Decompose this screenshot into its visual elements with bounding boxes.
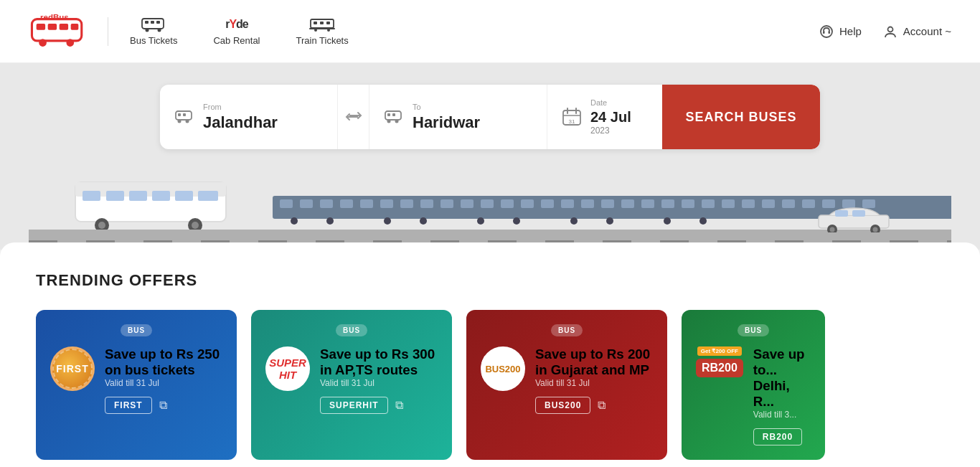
svg-rect-53 <box>280 199 293 208</box>
account-icon <box>883 24 897 39</box>
account-button[interactable]: Account ~ <box>883 24 951 39</box>
offer-3-content: BUS200 Save up to Rs 200 in Gujarat and … <box>481 346 653 445</box>
offer-2-badge: BUS <box>336 324 367 336</box>
account-label: Account ~ <box>903 25 951 37</box>
redbus-logo[interactable]: redBus <box>29 14 86 49</box>
copy-icon-2[interactable]: ⧉ <box>395 399 403 412</box>
search-buses-button[interactable]: SEARCH BUSES <box>662 85 820 149</box>
offer-3-code-row: BUS200 ⧉ <box>535 397 653 414</box>
svg-point-88 <box>513 217 520 225</box>
svg-point-51 <box>192 222 199 229</box>
offer-1-logo: FIRST <box>50 346 95 391</box>
svg-point-91 <box>664 217 671 225</box>
svg-rect-58 <box>380 199 393 208</box>
nav-train-tickets[interactable]: Train Tickets <box>296 16 349 46</box>
svg-rect-27 <box>183 113 186 116</box>
svg-rect-61 <box>440 199 453 208</box>
svg-text:redBus: redBus <box>40 14 69 22</box>
offer-1-code-row: FIRST ⧉ <box>105 397 222 414</box>
svg-rect-32 <box>392 113 395 116</box>
offer-2-title: Save up to Rs 300 in AP,TS routes <box>320 346 438 378</box>
header-right: Help Account ~ <box>819 24 951 39</box>
offer-2-logo: SUPERHIT <box>265 346 310 391</box>
offer-1-text: Save up to Rs 250 on bus tickets Valid t… <box>105 346 222 414</box>
to-field[interactable]: To Haridwar <box>369 85 547 149</box>
svg-rect-64 <box>501 199 514 208</box>
from-field[interactable]: From Jalandhar <box>160 85 338 149</box>
offer-card-rb200: BUS Get ₹200 OFF RB200 Save up to... Del… <box>682 310 825 460</box>
offer-3-title: Save up to Rs 200 in Gujarat and MP <box>535 346 653 378</box>
offer-2-text: Save up to Rs 300 in AP,TS routes Valid … <box>320 346 438 414</box>
offer-4-logo: Get ₹200 OFF RB200 <box>696 346 743 377</box>
offer-card-first: BUS FIRST Save up to Rs 250 on bus ticke… <box>36 310 237 460</box>
calendar-icon: 31 <box>562 107 582 127</box>
date-text: Date 24 Jul 2023 <box>590 98 631 136</box>
trending-section: TRENDING OFFERS BUS FIRST Save up to Rs … <box>0 242 980 467</box>
svg-point-6 <box>66 39 74 47</box>
svg-rect-31 <box>387 113 390 116</box>
help-label: Help <box>839 25 862 37</box>
svg-point-85 <box>384 217 391 225</box>
svg-rect-67 <box>561 199 574 208</box>
cab-rental-icon: rYde <box>224 16 250 32</box>
svg-point-87 <box>477 217 484 225</box>
svg-rect-17 <box>326 22 330 24</box>
svg-point-86 <box>420 217 427 225</box>
to-bus-icon <box>384 107 404 127</box>
from-value: Jalandhar <box>203 113 278 132</box>
svg-rect-66 <box>541 199 554 208</box>
swap-icon <box>344 107 364 127</box>
offer-3-badge: BUS <box>551 324 583 336</box>
svg-point-33 <box>387 120 391 123</box>
svg-rect-59 <box>400 199 413 208</box>
copy-icon-3[interactable]: ⧉ <box>598 399 606 412</box>
svg-point-28 <box>178 120 182 123</box>
help-button[interactable]: Help <box>819 24 862 39</box>
road-scene <box>29 164 951 250</box>
svg-rect-44 <box>129 191 147 201</box>
to-label: To <box>413 103 480 111</box>
header-divider <box>108 17 108 46</box>
svg-rect-78 <box>782 199 795 208</box>
svg-rect-74 <box>702 199 715 208</box>
svg-rect-62 <box>461 199 473 208</box>
svg-rect-54 <box>300 199 313 208</box>
offer-4-code: RB200 <box>753 428 802 445</box>
offer-2-valid: Valid till 31 Jul <box>320 378 438 388</box>
from-label: From <box>203 103 278 111</box>
svg-point-29 <box>186 120 189 123</box>
nav-bus-tickets[interactable]: Bus Tickets <box>130 16 177 46</box>
svg-rect-75 <box>722 199 735 208</box>
main-header: redBus Bus Tickets rYde Cab Re <box>0 0 980 63</box>
svg-point-12 <box>146 29 149 32</box>
bus-tickets-icon <box>141 16 166 32</box>
svg-rect-79 <box>802 199 815 208</box>
offer-4-title: Save up to... <box>753 346 811 378</box>
search-button-area: SEARCH BUSES <box>662 85 820 149</box>
svg-rect-70 <box>621 199 634 208</box>
date-field[interactable]: 31 Date 24 Jul 2023 <box>547 85 662 149</box>
svg-rect-73 <box>682 199 694 208</box>
headset-icon <box>819 24 834 39</box>
date-year: 2023 <box>590 126 631 136</box>
nav-cab-rental[interactable]: rYde Cab Rental <box>213 16 260 46</box>
svg-rect-68 <box>581 199 594 208</box>
svg-rect-15 <box>314 22 317 24</box>
offer-2-code-row: SUPERHIT ⧉ <box>320 397 438 414</box>
svg-rect-65 <box>521 199 534 208</box>
svg-rect-42 <box>83 191 100 201</box>
svg-point-90 <box>606 217 613 225</box>
offer-4-text: Save up to... Delhi, R... Valid till 3..… <box>753 346 811 445</box>
svg-rect-43 <box>106 191 124 201</box>
offer-1-content: FIRST Save up to Rs 250 on bus tickets V… <box>50 346 222 445</box>
swap-button[interactable] <box>338 85 369 149</box>
logo-area: redBus <box>29 14 86 49</box>
from-text: From Jalandhar <box>203 103 278 132</box>
svg-point-24 <box>887 27 892 32</box>
search-section: From Jalandhar To Harid <box>0 63 980 250</box>
copy-icon-1[interactable]: ⧉ <box>159 399 167 412</box>
svg-rect-26 <box>178 113 181 116</box>
offer-1-badge: BUS <box>121 324 152 336</box>
offers-row: BUS FIRST Save up to Rs 250 on bus ticke… <box>36 310 944 460</box>
svg-rect-76 <box>742 199 755 208</box>
